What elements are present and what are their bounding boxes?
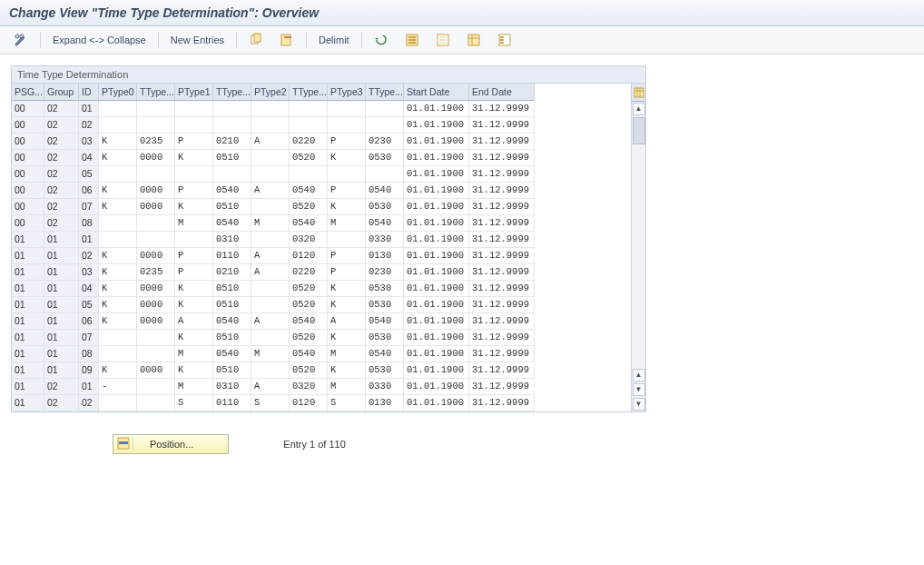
table-cell[interactable]: A: [175, 313, 213, 330]
table-cell[interactable]: 05: [79, 166, 99, 183]
table-cell[interactable]: K: [99, 313, 137, 330]
table-cell[interactable]: K: [328, 150, 366, 166]
table-cell[interactable]: [328, 232, 366, 248]
table-cell[interactable]: A: [328, 313, 366, 330]
table-cell[interactable]: [99, 395, 137, 411]
table-cell[interactable]: K: [175, 150, 213, 166]
table-cell[interactable]: 01: [44, 297, 79, 313]
table-cell[interactable]: 01: [12, 281, 44, 297]
table-cell[interactable]: 01.01.1900: [404, 101, 469, 117]
table-cell[interactable]: P: [175, 134, 213, 150]
table-cell[interactable]: [366, 101, 404, 117]
table-cell[interactable]: 0210: [213, 264, 251, 281]
column-header[interactable]: PType3: [328, 84, 366, 101]
column-header[interactable]: PType2: [251, 84, 290, 101]
table-cell[interactable]: 06: [79, 313, 99, 330]
table-cell[interactable]: 01: [12, 232, 44, 248]
table-cell[interactable]: 0320: [290, 379, 328, 395]
scroll-up-button[interactable]: ▲: [633, 103, 645, 115]
overview-button[interactable]: [491, 30, 518, 50]
table-cell[interactable]: 02: [44, 117, 79, 134]
table-cell[interactable]: 0510: [213, 281, 251, 297]
table-cell[interactable]: 01.01.1900: [404, 150, 469, 166]
table-cell[interactable]: 0540: [290, 215, 328, 232]
table-cell[interactable]: K: [99, 281, 137, 297]
table-row[interactable]: 010202S0110S0120S013001.01.190031.12.999…: [12, 395, 631, 411]
table-cell[interactable]: [251, 330, 290, 346]
table-cell[interactable]: 00: [12, 199, 44, 215]
table-cell[interactable]: 01: [79, 101, 99, 117]
table-row[interactable]: 000208M0540M0540M054001.01.190031.12.999…: [12, 215, 631, 232]
table-cell[interactable]: 0120: [290, 248, 328, 264]
table-cell[interactable]: 01: [12, 330, 44, 346]
table-cell[interactable]: M: [251, 346, 290, 362]
table-cell[interactable]: 0530: [366, 150, 404, 166]
table-cell[interactable]: [137, 395, 175, 411]
table-cell[interactable]: 0210: [213, 134, 251, 150]
table-cell[interactable]: 31.12.9999: [469, 330, 535, 346]
table-cell[interactable]: P: [175, 183, 213, 199]
table-cell[interactable]: [99, 117, 137, 134]
column-header[interactable]: TType...: [290, 84, 328, 101]
table-cell[interactable]: P: [328, 264, 366, 281]
table-cell[interactable]: 31.12.9999: [469, 248, 535, 264]
table-cell[interactable]: S: [328, 395, 366, 411]
column-header[interactable]: TType...: [213, 84, 251, 101]
table-cell[interactable]: 0000: [137, 362, 175, 379]
column-header[interactable]: Start Date: [404, 84, 469, 101]
table-cell[interactable]: 01: [79, 379, 99, 395]
table-cell[interactable]: [290, 117, 328, 134]
table-cell[interactable]: 00: [12, 166, 44, 183]
table-cell[interactable]: [213, 166, 251, 183]
table-cell[interactable]: 01: [44, 281, 79, 297]
scroll-end-button[interactable]: ▼: [633, 398, 645, 411]
table-cell[interactable]: 01: [79, 232, 99, 248]
table-cell[interactable]: 31.12.9999: [469, 395, 535, 411]
table-cell[interactable]: [175, 232, 213, 248]
column-header[interactable]: TType...: [366, 84, 404, 101]
table-cell[interactable]: -: [99, 379, 137, 395]
table-cell[interactable]: K: [328, 199, 366, 215]
table-row[interactable]: 000206K0000P0540A0540P054001.01.190031.1…: [12, 183, 631, 199]
table-cell[interactable]: 0110: [213, 395, 251, 411]
table-cell[interactable]: 31.12.9999: [469, 150, 535, 166]
table-cell[interactable]: 01: [12, 362, 44, 379]
table-cell[interactable]: 0220: [290, 134, 328, 150]
table-cell[interactable]: 04: [79, 150, 99, 166]
table-cell[interactable]: M: [328, 215, 366, 232]
table-cell[interactable]: 0530: [366, 330, 404, 346]
table-cell[interactable]: [251, 117, 290, 134]
table-cell[interactable]: 31.12.9999: [469, 346, 535, 362]
table-cell[interactable]: 31.12.9999: [469, 199, 535, 215]
table-cell[interactable]: 07: [79, 330, 99, 346]
table-cell[interactable]: K: [99, 248, 137, 264]
table-cell[interactable]: 0320: [290, 232, 328, 248]
table-cell[interactable]: [175, 117, 213, 134]
table-cell[interactable]: 31.12.9999: [469, 281, 535, 297]
table-cell[interactable]: 0310: [213, 379, 251, 395]
table-cell[interactable]: 0220: [290, 264, 328, 281]
table-cell[interactable]: 0540: [213, 215, 251, 232]
table-cell[interactable]: P: [175, 248, 213, 264]
table-cell[interactable]: 31.12.9999: [469, 297, 535, 313]
table-cell[interactable]: [175, 166, 213, 183]
table-cell[interactable]: 01.01.1900: [404, 248, 469, 264]
table-cell[interactable]: [137, 232, 175, 248]
table-cell[interactable]: 03: [79, 134, 99, 150]
table-cell[interactable]: 0520: [290, 330, 328, 346]
table-cell[interactable]: 02: [44, 134, 79, 150]
table-cell[interactable]: 01: [12, 379, 44, 395]
table-cell[interactable]: 31.12.9999: [469, 134, 535, 150]
table-cell[interactable]: 02: [79, 117, 99, 134]
table-row[interactable]: 00020101.01.190031.12.9999: [12, 101, 631, 117]
table-cell[interactable]: 01: [44, 248, 79, 264]
table-cell[interactable]: [366, 117, 404, 134]
table-cell[interactable]: 0310: [213, 232, 251, 248]
table-cell[interactable]: K: [175, 330, 213, 346]
table-cell[interactable]: K: [99, 297, 137, 313]
table-cell[interactable]: A: [251, 264, 290, 281]
table-cell[interactable]: 01.01.1900: [404, 313, 469, 330]
table-cell[interactable]: 0130: [366, 248, 404, 264]
table-cell[interactable]: 0540: [213, 313, 251, 330]
table-cell[interactable]: K: [99, 264, 137, 281]
